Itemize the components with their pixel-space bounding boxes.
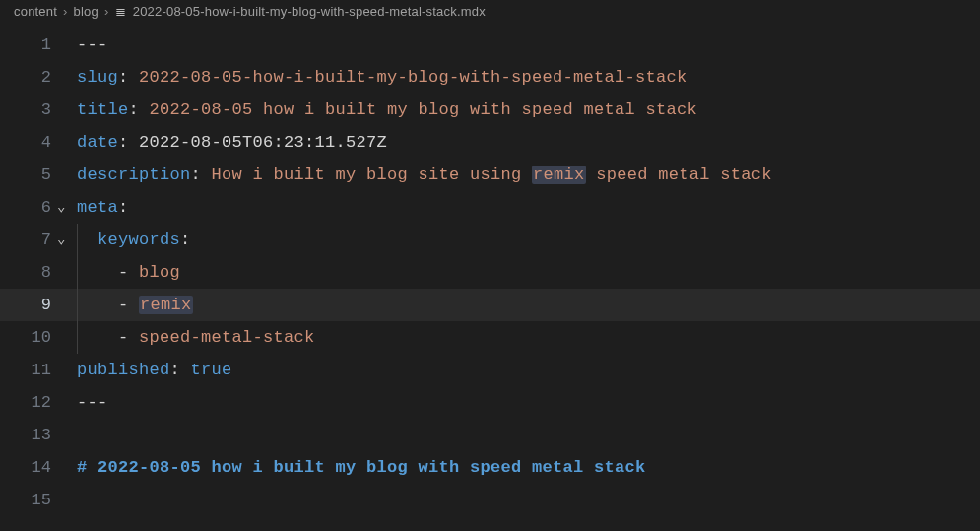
fold-toggle[interactable]: ⌄ xyxy=(55,191,77,224)
yaml-value: 2022-08-05 how i built my blog with spee… xyxy=(150,100,698,119)
search-highlight: remix xyxy=(139,296,193,314)
chevron-down-icon: ⌄ xyxy=(57,232,65,247)
yaml-key: published xyxy=(77,361,170,379)
yaml-key: keywords xyxy=(98,231,180,249)
line-number: 8 xyxy=(0,256,55,289)
line-number: 12 xyxy=(0,386,55,419)
search-highlight: remix xyxy=(532,166,586,184)
frontmatter-delimiter: --- xyxy=(77,35,108,54)
line-number: 11 xyxy=(0,354,55,386)
breadcrumb[interactable]: content › blog › ≣ 2022-08-05-how-i-buil… xyxy=(0,0,980,23)
markdown-heading: # 2022-08-05 how i built my blog with sp… xyxy=(77,458,646,477)
yaml-list-item: speed-metal-stack xyxy=(139,328,315,347)
yaml-value: How i built my blog site using remix spe… xyxy=(212,166,772,184)
code-line[interactable]: 7 ⌄ keywords: xyxy=(0,224,980,256)
yaml-key: date xyxy=(77,133,118,152)
code-line-current[interactable]: 9 - remix xyxy=(0,289,980,321)
code-editor[interactable]: 1 --- 2 slug: 2022-08-05-how-i-built-my-… xyxy=(0,23,980,516)
yaml-value: 2022-08-05T06:23:11.527Z xyxy=(139,133,387,152)
breadcrumb-segment[interactable]: blog xyxy=(74,4,98,19)
line-number: 1 xyxy=(0,29,55,61)
chevron-right-icon: › xyxy=(104,4,109,19)
yaml-key: description xyxy=(77,166,191,184)
line-number: 10 xyxy=(0,321,55,354)
code-line[interactable]: 11 published: true xyxy=(0,354,980,386)
code-line[interactable]: 10 - speed-metal-stack xyxy=(0,321,980,354)
chevron-down-icon: ⌄ xyxy=(57,199,65,215)
code-line[interactable]: 1 --- xyxy=(0,29,980,61)
code-line[interactable]: 2 slug: 2022-08-05-how-i-built-my-blog-w… xyxy=(0,61,980,94)
line-number: 5 xyxy=(0,159,55,191)
code-line[interactable]: 6 ⌄ meta: xyxy=(0,191,980,224)
line-number: 4 xyxy=(0,126,55,159)
line-number: 7 xyxy=(0,224,55,256)
code-line[interactable]: 14 # 2022-08-05 how i built my blog with… xyxy=(0,451,980,484)
line-number: 2 xyxy=(0,61,55,94)
yaml-key: slug xyxy=(77,68,118,87)
breadcrumb-segment[interactable]: content xyxy=(14,4,57,19)
line-number: 6 xyxy=(0,191,55,224)
yaml-value: 2022-08-05-how-i-built-my-blog-with-spee… xyxy=(139,68,687,87)
code-line[interactable]: 4 date: 2022-08-05T06:23:11.527Z xyxy=(0,126,980,159)
code-line[interactable]: 5 description: How i built my blog site … xyxy=(0,159,980,191)
frontmatter-delimiter: --- xyxy=(77,393,108,412)
line-number: 14 xyxy=(0,451,55,484)
file-icon: ≣ xyxy=(115,4,126,19)
chevron-right-icon: › xyxy=(63,4,68,19)
line-number: 13 xyxy=(0,419,55,451)
yaml-key: meta xyxy=(77,198,118,217)
fold-toggle[interactable]: ⌄ xyxy=(55,224,77,256)
code-line[interactable]: 15 xyxy=(0,484,980,516)
yaml-list-item: blog xyxy=(139,263,180,282)
code-line[interactable]: 13 xyxy=(0,419,980,451)
line-number: 9 xyxy=(0,289,55,321)
yaml-key: title xyxy=(77,100,129,119)
line-number: 3 xyxy=(0,94,55,126)
line-number: 15 xyxy=(0,484,55,516)
code-line[interactable]: 12 --- xyxy=(0,386,980,419)
code-line[interactable]: 8 - blog xyxy=(0,256,980,289)
breadcrumb-filename[interactable]: 2022-08-05-how-i-built-my-blog-with-spee… xyxy=(133,4,486,19)
code-line[interactable]: 3 title: 2022-08-05 how i built my blog … xyxy=(0,94,980,126)
yaml-value: true xyxy=(191,361,232,379)
